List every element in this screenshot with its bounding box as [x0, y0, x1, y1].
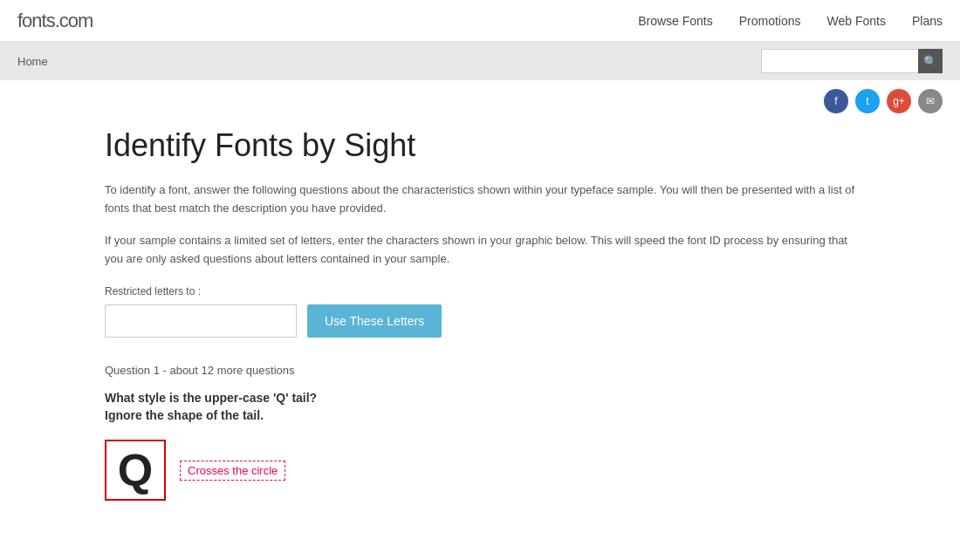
email-icon[interactable]: ✉	[918, 89, 943, 113]
social-row: f t g+ ✉	[0, 80, 960, 118]
twitter-icon[interactable]: t	[855, 89, 880, 113]
main-content: Identify Fonts by Sight To identify a fo…	[0, 118, 960, 536]
breadcrumb-bar: Home 🔍	[0, 42, 960, 80]
breadcrumb: Home	[17, 55, 48, 68]
google-plus-icon[interactable]: g+	[887, 89, 911, 113]
nav-web-fonts[interactable]: Web Fonts	[827, 14, 886, 28]
q-image-box[interactable]: Q	[105, 440, 166, 501]
use-letters-button[interactable]: Use These Letters	[307, 304, 442, 338]
desc-para-1: To identify a font, answer the following…	[105, 181, 855, 218]
nav-browse-fonts[interactable]: Browse Fonts	[638, 14, 713, 28]
nav-promotions[interactable]: Promotions	[739, 14, 801, 28]
crosses-circle-option[interactable]: Crosses the circle	[180, 461, 285, 481]
search-input[interactable]	[761, 49, 918, 73]
description-block: To identify a font, answer the following…	[105, 181, 855, 268]
logo-bold: fonts	[17, 10, 55, 31]
search-button[interactable]: 🔍	[918, 49, 943, 73]
logo-light: .com	[55, 10, 93, 31]
q-letter: Q	[118, 447, 153, 493]
logo[interactable]: fonts.com	[17, 10, 93, 32]
question-meta: Question 1 - about 12 more questions	[105, 364, 855, 377]
page-title: Identify Fonts by Sight	[105, 126, 855, 164]
nav-plans[interactable]: Plans	[912, 14, 943, 28]
search-bar: 🔍	[761, 49, 943, 73]
answer-row: Q Crosses the circle	[105, 440, 855, 501]
restricted-label: Restricted letters to :	[105, 285, 855, 297]
question-line-1: What style is the upper-case 'Q' tail?	[105, 391, 855, 405]
question-line-2: Ignore the shape of the tail.	[105, 408, 855, 422]
desc-para-2: If your sample contains a limited set of…	[105, 232, 855, 269]
facebook-icon[interactable]: f	[824, 89, 848, 113]
restricted-letters-input[interactable]	[105, 304, 297, 338]
header: fonts.com Browse Fonts Promotions Web Fo…	[0, 0, 960, 42]
main-nav: Browse Fonts Promotions Web Fonts Plans	[638, 14, 943, 28]
input-row: Use These Letters	[105, 304, 855, 338]
